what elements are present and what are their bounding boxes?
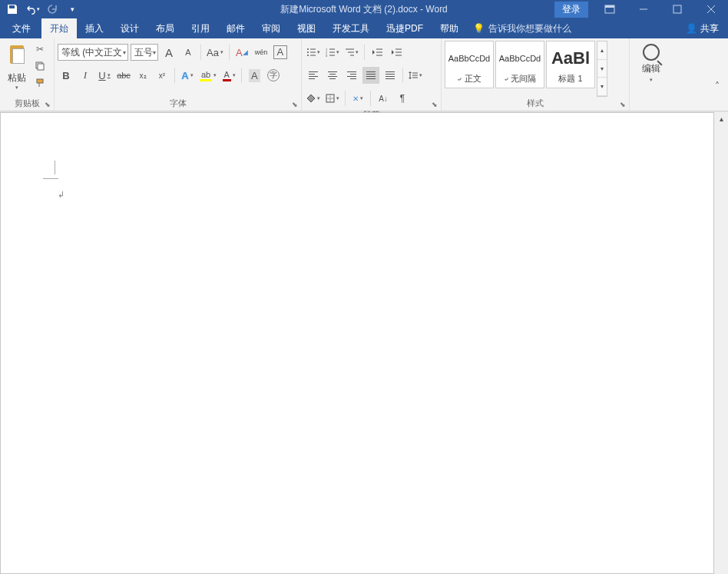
clear-format-icon[interactable]: A◢	[233, 44, 250, 61]
style-name: 标题 1	[558, 73, 582, 85]
increase-indent-icon[interactable]	[388, 44, 405, 61]
italic-button[interactable]: I	[77, 67, 94, 84]
superscript-button[interactable]: x²	[154, 67, 170, 84]
underline-button[interactable]: U	[96, 67, 113, 84]
redo-icon[interactable]	[45, 2, 60, 17]
svg-point-9	[307, 51, 309, 53]
group-edit: 编辑 ▾	[630, 38, 673, 111]
document-page[interactable]: ↲	[0, 112, 714, 574]
login-button[interactable]: 登录	[554, 2, 588, 18]
undo-icon[interactable]: ▾	[25, 2, 40, 17]
gallery-scroll: ▴ ▾ ▾	[597, 41, 607, 97]
group-styles: AaBbCcDd ⤶ 正文 AaBbCcDd ⤶ 无间隔 AaBl 标题 1 ▴…	[442, 38, 630, 111]
tab-xunjie[interactable]: 迅捷PDF	[378, 18, 432, 38]
styles-launcher-icon[interactable]: ⬊	[618, 100, 627, 109]
edit-label: 编辑	[642, 62, 660, 75]
format-painter-icon[interactable]	[32, 76, 48, 90]
cut-icon[interactable]: ✂	[32, 42, 48, 56]
increase-font-icon[interactable]: A	[160, 44, 177, 61]
show-marks-icon[interactable]: ¶	[394, 90, 411, 107]
group-paragraph: 123 ✕ A↓ ¶	[302, 38, 442, 111]
clipboard-launcher-icon[interactable]: ⬊	[43, 100, 52, 109]
tell-me-search[interactable]: 💡 告诉我你想要做什么	[473, 22, 571, 35]
char-border-icon[interactable]: A	[272, 44, 289, 61]
tab-design[interactable]: 设计	[112, 18, 147, 38]
highlight-button[interactable]: ab	[198, 67, 218, 84]
strikethrough-button[interactable]: abc	[115, 67, 132, 84]
svg-rect-5	[38, 64, 44, 70]
minimize-icon[interactable]	[627, 0, 660, 18]
paragraph-launcher-icon[interactable]: ⬊	[430, 100, 439, 109]
style-nospacing[interactable]: AaBbCcDd ⤶ 无间隔	[495, 41, 544, 88]
tab-home[interactable]: 开始	[41, 18, 77, 38]
ribbon-options-icon[interactable]	[593, 0, 627, 18]
maximize-icon[interactable]	[660, 0, 694, 18]
align-left-icon[interactable]	[305, 67, 322, 84]
page-corner-mark	[43, 168, 58, 182]
bullets-button[interactable]	[305, 44, 322, 61]
font-size-combo[interactable]: 五号▾	[131, 44, 158, 61]
tab-insert[interactable]: 插入	[77, 18, 112, 38]
share-button[interactable]: 👤 共享	[686, 22, 719, 35]
save-icon[interactable]	[5, 2, 20, 17]
ribbon-tabs: 文件 开始 插入 设计 布局 引用 邮件 审阅 视图 开发工具 迅捷PDF 帮助…	[0, 18, 728, 38]
borders-button[interactable]	[324, 90, 341, 107]
style-normal[interactable]: AaBbCcDd ⤶ 正文	[445, 41, 494, 88]
close-icon[interactable]	[694, 0, 728, 18]
align-right-icon[interactable]	[343, 67, 360, 84]
tab-mailings[interactable]: 邮件	[218, 18, 253, 38]
gallery-down-icon[interactable]: ▾	[597, 60, 607, 78]
paste-button[interactable]: 粘贴 ▾	[3, 41, 31, 97]
tab-file[interactable]: 文件	[2, 18, 41, 38]
collapse-ribbon-icon[interactable]: ˄	[710, 79, 725, 93]
change-case-button[interactable]: Aa	[205, 44, 225, 61]
copy-icon[interactable]	[32, 59, 48, 73]
font-color-button[interactable]: A	[220, 67, 237, 84]
style-preview: AaBbCcDd	[448, 45, 490, 71]
align-distribute-icon[interactable]	[382, 67, 399, 84]
bold-button[interactable]: B	[58, 67, 74, 84]
subscript-button[interactable]: x₂	[134, 67, 151, 84]
lightbulb-icon: 💡	[473, 23, 485, 34]
qat-customize-icon[interactable]: ▾	[65, 2, 80, 17]
phonetic-guide-icon[interactable]: wén	[253, 44, 270, 61]
numbering-button[interactable]: 123	[324, 44, 341, 61]
line-spacing-button[interactable]	[407, 67, 424, 84]
font-launcher-icon[interactable]: ⬊	[290, 100, 299, 109]
find-button[interactable]: 编辑 ▾	[634, 41, 668, 111]
asian-layout-button[interactable]: ✕	[349, 90, 366, 107]
scroll-up-icon[interactable]: ▴	[714, 112, 728, 126]
shading-button[interactable]	[305, 90, 322, 107]
tab-view[interactable]: 视图	[289, 18, 324, 38]
svg-text:3: 3	[326, 54, 328, 57]
gallery-up-icon[interactable]: ▴	[597, 41, 607, 60]
style-preview: AaBl	[551, 45, 590, 71]
group-font: 等线 (中文正文▾ 五号▾ A A Aa A◢ wén A B I U abc …	[55, 38, 302, 111]
font-group-label: 字体	[58, 97, 298, 111]
enclose-char-icon[interactable]: 字	[265, 67, 282, 84]
vertical-scrollbar[interactable]: ▴	[714, 112, 728, 574]
share-icon: 👤	[686, 23, 697, 34]
paragraph-mark: ↲	[58, 190, 65, 200]
char-shading-icon[interactable]: A	[246, 67, 263, 84]
multilevel-button[interactable]	[343, 44, 360, 61]
decrease-indent-icon[interactable]	[369, 44, 386, 61]
tab-help[interactable]: 帮助	[432, 18, 467, 38]
font-name-combo[interactable]: 等线 (中文正文▾	[58, 44, 128, 61]
tab-developer[interactable]: 开发工具	[324, 18, 378, 38]
tab-references[interactable]: 引用	[183, 18, 218, 38]
style-heading1[interactable]: AaBl 标题 1	[546, 41, 595, 88]
tab-review[interactable]: 审阅	[253, 18, 289, 38]
style-gallery: AaBbCcDd ⤶ 正文 AaBbCcDd ⤶ 无间隔 AaBl 标题 1 ▴…	[445, 41, 626, 97]
window-title: 新建Microsoft Word 文档 (2).docx - Word	[280, 3, 448, 16]
tab-layout[interactable]: 布局	[147, 18, 183, 38]
gallery-more-icon[interactable]: ▾	[597, 78, 607, 96]
svg-point-11	[307, 55, 309, 56]
text-effect-button[interactable]: A	[179, 67, 196, 84]
align-justify-icon[interactable]	[362, 67, 379, 84]
title-bar: ▾ ▾ 新建Microsoft Word 文档 (2).docx - Word …	[0, 0, 728, 18]
align-center-icon[interactable]	[324, 67, 341, 84]
decrease-font-icon[interactable]: A	[180, 44, 197, 61]
svg-rect-3	[673, 5, 681, 13]
sort-icon[interactable]: A↓	[375, 90, 392, 107]
